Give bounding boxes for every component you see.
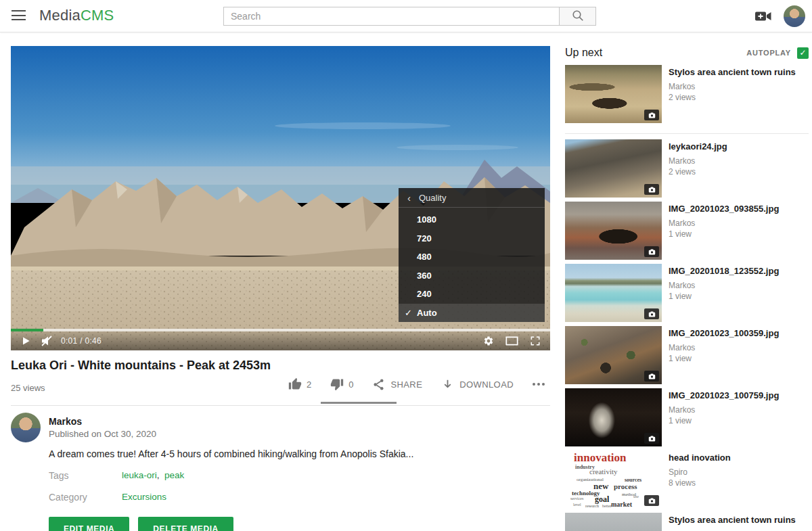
likes-ratio-bar [321, 402, 397, 404]
edit-media-button[interactable]: EDIT MEDIA [49, 517, 129, 531]
quality-menu: ‹ Quality ✓ 1080 ✓ 720 ✓ 480 ✓ 360 ✓ 240… [399, 188, 545, 322]
media-description: A dream comes true! After 4-5 hours of c… [49, 448, 413, 459]
user-avatar[interactable] [784, 5, 805, 27]
upnext-item-title[interactable]: Stylos area ancient town ruins [669, 67, 804, 78]
settings-button[interactable] [483, 336, 494, 346]
upnext-item-views: 1 view [669, 229, 804, 239]
check-icon: ✓ [405, 304, 412, 323]
dislike-count: 0 [348, 379, 353, 390]
search-button[interactable] [559, 7, 596, 26]
like-button[interactable]: 2 [288, 377, 311, 391]
media-title: Leuka Ori - White mountains - Peak at 24… [11, 359, 271, 373]
quality-menu-title: Quality [419, 193, 446, 203]
tag-link[interactable]: peak [164, 470, 184, 480]
quality-option-label: 480 [417, 252, 432, 262]
category-link[interactable]: Excursions [122, 492, 166, 502]
upnext-item-title[interactable]: IMG_20201023_100759.jpg [669, 390, 804, 401]
camera-badge-icon [644, 110, 659, 120]
upnext-item[interactable]: Stylos area ancient town ruins Markos 2 … [565, 65, 809, 134]
upnext-item[interactable]: innovationindustrycreativityorganization… [565, 451, 809, 509]
upnext-item-title[interactable]: Stylos area ancient town ruins [669, 515, 804, 526]
share-icon [372, 378, 385, 391]
navbar: MediaCMS [0, 0, 812, 32]
upnext-item-views: 1 view [669, 354, 804, 363]
upnext-item-author: Markos [669, 218, 804, 228]
upnext-item-title[interactable]: IMG_20201023_093855.jpg [669, 204, 804, 214]
theater-mode-button[interactable] [505, 336, 518, 346]
up-next-sidebar: Up next AUTOPLAY ✓ Stylos area ancient t… [565, 46, 809, 531]
autoplay-checkbox[interactable]: ✓ [797, 47, 809, 59]
upnext-item-author: Markos [669, 405, 804, 415]
upnext-item-title[interactable]: leykaori24.jpg [669, 141, 804, 152]
tag-link[interactable]: leuka-ori [122, 470, 157, 480]
wordcloud-word: innovation [574, 451, 626, 465]
up-next-title: Up next [565, 47, 602, 59]
camera-badge-icon [644, 433, 659, 444]
category-label: Category [49, 492, 87, 503]
logo-text-media: Media [39, 7, 81, 24]
upnext-item[interactable]: IMG_20201023_093855.jpg Markos 1 view [565, 202, 809, 260]
quality-option[interactable]: ✓ 720 [399, 229, 545, 248]
mute-button[interactable] [41, 335, 53, 347]
upnext-thumbnail[interactable] [565, 326, 662, 384]
quality-option-label: 240 [417, 289, 432, 299]
dislike-button[interactable]: 0 [330, 377, 353, 391]
quality-option[interactable]: ✓ 1080 [399, 210, 545, 229]
upnext-item-title[interactable]: IMG_20201023_100359.jpg [669, 328, 804, 339]
author-name[interactable]: Markos [49, 416, 82, 427]
quality-menu-header[interactable]: ‹ Quality [399, 188, 545, 208]
more-actions-button[interactable] [533, 383, 545, 386]
upnext-item[interactable]: leykaori24.jpg Markos 2 views [565, 139, 809, 198]
app-logo[interactable]: MediaCMS [39, 7, 114, 24]
upnext-item-views: 2 views [669, 167, 804, 177]
play-button[interactable] [20, 336, 31, 346]
upnext-thumbnail[interactable] [565, 65, 662, 123]
delete-media-button[interactable]: DELETE MEDIA [138, 517, 233, 531]
author-avatar[interactable] [11, 413, 41, 442]
download-icon [441, 378, 454, 391]
share-button[interactable]: SHARE [372, 378, 422, 391]
upnext-thumbnail[interactable] [565, 139, 662, 198]
logo-text-cms: CMS [81, 7, 114, 24]
upnext-item-author: Markos [669, 281, 804, 290]
upnext-item-title[interactable]: IMG_20201018_123552.jpg [669, 266, 804, 277]
camera-badge-icon [644, 184, 659, 195]
upnext-thumbnail[interactable] [565, 202, 662, 260]
upload-media-icon[interactable] [754, 10, 772, 22]
play-icon [20, 336, 31, 346]
quality-option[interactable]: ✓ 480 [399, 248, 545, 267]
upnext-item-title[interactable]: head inovation [669, 453, 804, 463]
upnext-item[interactable]: IMG_20201023_100759.jpg Markos 1 view [565, 388, 809, 446]
search-input[interactable] [223, 7, 559, 26]
tags-label: Tags [49, 470, 69, 481]
quality-option-label: Auto [417, 308, 437, 318]
quality-option[interactable]: ✓ 240 [399, 285, 545, 304]
upnext-list: Stylos area ancient town ruins Markos 2 … [565, 65, 809, 531]
quality-option[interactable]: ✓ 360 [399, 267, 545, 285]
quality-option-label: 360 [417, 271, 432, 281]
upnext-item-author: Markos [669, 82, 804, 91]
upnext-thumbnail[interactable]: innovationindustrycreativityorganization… [565, 451, 662, 509]
wordcloud-word: process [614, 482, 637, 490]
upnext-item[interactable]: IMG_20201023_100359.jpg Markos 1 view [565, 326, 809, 384]
upnext-item[interactable]: IMG_20201018_123552.jpg Markos 1 view [565, 264, 809, 322]
video-player[interactable]: ‹ Quality ✓ 1080 ✓ 720 ✓ 480 ✓ 360 ✓ 240… [11, 46, 550, 350]
upnext-item-views: 1 view [669, 292, 804, 301]
upnext-item-author: Spiro [669, 467, 804, 477]
upnext-thumbnail[interactable] [565, 388, 662, 446]
upnext-thumbnail[interactable] [565, 513, 662, 531]
upnext-thumbnail[interactable] [565, 264, 662, 322]
wordcloud-word: market [611, 501, 632, 508]
quality-option[interactable]: ✓ Auto [399, 304, 545, 323]
download-label: DOWNLOAD [459, 379, 514, 390]
camera-badge-icon [644, 371, 659, 382]
wordcloud-word: goal [595, 494, 609, 505]
download-button[interactable]: DOWNLOAD [441, 378, 514, 391]
upnext-item-views: 1 view [669, 416, 804, 425]
search-icon [572, 9, 584, 24]
search-bar [223, 7, 596, 26]
menu-icon[interactable] [12, 10, 26, 22]
upnext-item[interactable]: Stylos area ancient town ruins [565, 513, 809, 531]
fullscreen-button[interactable] [530, 336, 541, 346]
controls-bar: 0:01 / 0:46 [11, 331, 550, 350]
